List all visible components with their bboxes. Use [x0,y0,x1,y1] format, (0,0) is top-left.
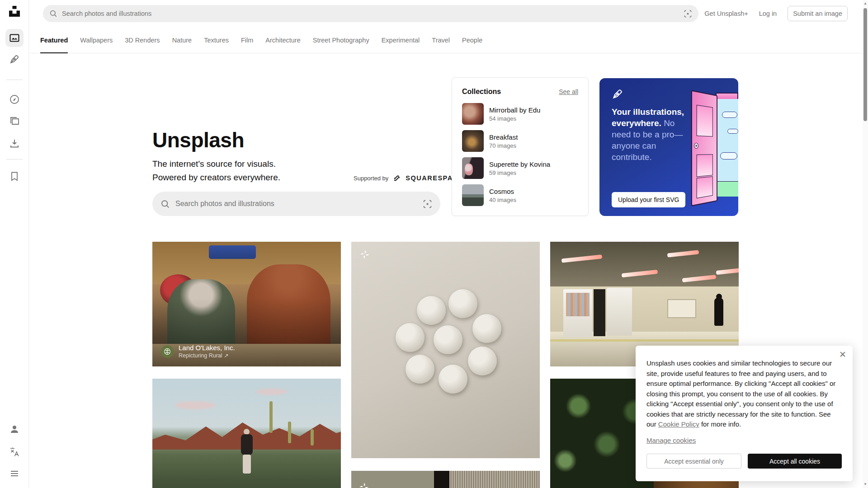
photo-decor [417,296,446,325]
collection-thumbnail [462,103,484,125]
photographer-name: Land O'Lakes, Inc. [179,344,235,352]
collection-count: 70 images [489,142,518,149]
photo-kitchen[interactable]: Land O'Lakes, Inc. Repicturing Rural ↗ [152,242,341,366]
scrollbar-thumb[interactable] [863,8,867,121]
collections-card: Collections See all Mirrorball by Edu 54… [452,77,589,216]
tab-wallpapers[interactable]: Wallpapers [80,27,113,53]
photo-decor [406,355,434,384]
tab-architecture[interactable]: Architecture [265,27,300,53]
photo-decor [448,289,477,318]
photo-decor [434,471,449,488]
tab-featured[interactable]: Featured [40,27,68,53]
hero-search-bar[interactable] [152,192,440,216]
collection-thumbnail [462,184,484,206]
collection-thumbnail [462,157,484,179]
avatar[interactable] [161,345,174,358]
photo-decor [439,365,467,394]
cookie-text: Unsplash uses cookies and similar techno… [646,358,842,430]
cookie-consent-dialog: ✕ Unsplash uses cookies and similar tech… [636,346,853,481]
see-all-link[interactable]: See all [559,88,578,95]
collection-item-superette[interactable]: Superette by Kovina 59 images [462,157,578,179]
cookie-policy-link[interactable]: Cookie Policy [658,420,699,428]
photographer-subtitle: Repicturing Rural ↗ [179,352,235,359]
door-panel [697,105,713,137]
tab-experimental[interactable]: Experimental [382,27,420,53]
watermark-icon [359,249,370,262]
collection-item-mirrorball[interactable]: Mirrorball by Edu 54 images [462,103,578,125]
cookie-buttons: Accept essential only Accept all cookies [646,454,842,469]
language-icon[interactable] [5,443,24,461]
land-o-lakes-logo-icon [163,347,171,356]
photo-desert-hiker[interactable] [152,379,341,488]
top-search-input[interactable] [62,10,679,17]
photo-ribbed-wall[interactable] [351,471,540,488]
collection-thumbnail [462,130,484,152]
menu-icon[interactable] [5,465,24,483]
photo-decor [714,298,723,326]
tab-travel[interactable]: Travel [432,27,450,53]
upload-svg-button[interactable]: Upload your first SVG [612,192,685,207]
photo-decor [434,325,462,354]
account-icon[interactable] [5,420,24,438]
pen-icon [612,88,623,102]
doorway-ground [717,181,738,197]
photo-decor [716,294,722,300]
scroll-down-icon[interactable]: ▼ [863,482,868,487]
sidebar-item-explore[interactable] [5,90,24,108]
hero-search-input[interactable] [175,200,417,208]
tab-film[interactable]: Film [241,27,253,53]
supported-by[interactable]: Supported by SQUARESPACE [354,173,463,183]
collection-name: Superette by Kovina [489,160,550,168]
sidebar [0,0,29,488]
sidebar-item-photos[interactable] [5,29,24,47]
photo-decor [449,471,540,488]
collection-count: 59 images [489,169,550,176]
cloud-shape [727,129,738,134]
tab-textures[interactable]: Textures [204,27,229,53]
tab-street-photography[interactable]: Street Photography [313,27,369,53]
page-title: Unsplash [152,128,244,152]
close-icon[interactable]: ✕ [839,350,846,359]
search-icon [160,199,170,209]
sidebar-divider [6,159,23,160]
collections-title: Collections [462,88,501,96]
sidebar-item-illustrations[interactable] [5,50,24,68]
scrollbar[interactable]: ▲ ▼ [863,0,868,488]
cloud-shape [722,112,737,118]
photo-decor [566,293,590,316]
door-panel [697,176,713,198]
photo-attribution[interactable]: Land O'Lakes, Inc. Repicturing Rural ↗ [161,344,235,359]
tagline-line1: The internet's source for visuals. [152,157,280,171]
log-in-link[interactable]: Log in [759,10,777,17]
sidebar-item-collections[interactable] [5,112,24,130]
top-search-bar[interactable] [43,5,698,22]
watermark-icon [359,482,369,488]
scroll-up-icon[interactable]: ▲ [863,1,868,6]
get-unsplash-plus-link[interactable]: Get Unsplash+ [704,10,748,17]
tab-nature[interactable]: Nature [172,27,192,53]
photo-decor [472,314,501,343]
photo-decor [269,401,273,433]
visual-search-icon[interactable] [684,9,692,18]
hero-tagline: The internet's source for visuals. Power… [152,157,280,184]
unsplash-logo-icon[interactable] [5,2,24,20]
collection-item-breakfast[interactable]: Breakfast 70 images [462,130,578,152]
accept-all-button[interactable]: Accept all cookies [748,454,842,469]
tab-people[interactable]: People [462,27,482,53]
cloud-shape [720,152,737,160]
accept-essential-button[interactable]: Accept essential only [646,454,741,469]
sidebar-item-downloads[interactable] [5,135,24,153]
collection-item-cosmos[interactable]: Cosmos 40 images [462,184,578,206]
manage-cookies-link[interactable]: Manage cookies [646,436,696,444]
submit-an-image-button[interactable]: Submit an image [788,6,848,21]
category-tabs: Featured Wallpapers 3D Renders Nature Te… [29,27,863,53]
collection-name: Breakfast [489,133,518,141]
collection-count: 40 images [489,197,516,203]
visual-search-icon[interactable] [423,199,432,209]
tab-3d-renders[interactable]: 3D Renders [125,27,160,53]
photo-decor [607,288,632,336]
photo-decor [667,299,696,318]
photo-pebbles[interactable] [351,242,540,458]
collection-name: Mirrorball by Edu [489,106,540,114]
sidebar-item-bookmarks[interactable] [5,167,24,185]
